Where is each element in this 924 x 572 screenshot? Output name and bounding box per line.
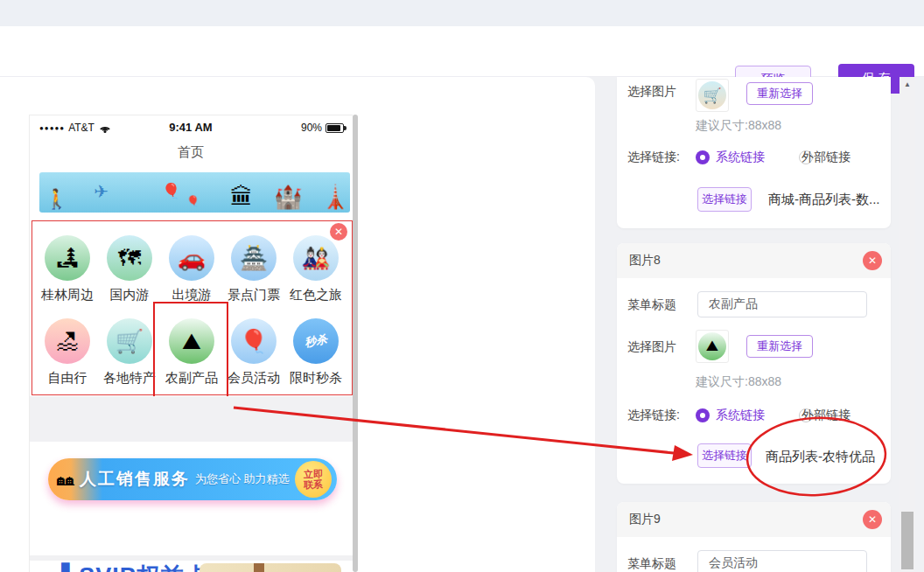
size-hint: 建议尺寸:88x88 (696, 118, 781, 134)
phone-scrollbar-thumb[interactable] (353, 115, 358, 572)
image-thumbnail[interactable]: ⛰ (696, 330, 729, 363)
battery-percent-label: 90% (301, 122, 322, 134)
building-landmark-icon: 🏰 (274, 184, 302, 211)
mountain-icon: ⛰ (698, 332, 726, 360)
contact-now-button[interactable]: 立即联系 (295, 461, 332, 498)
svip-card-image (200, 563, 341, 572)
reselect-image-button[interactable]: 重新选择 (746, 335, 813, 358)
phone-status-bar: ●●●●● AT&T 9:41 AM 90% (29, 115, 353, 141)
service-banner[interactable]: 🏘 人工销售服务 为您省心 助力精选 立即联系 (48, 458, 337, 500)
toolbar: 预览 保 存 (0, 26, 924, 77)
choose-link-button[interactable]: 选择链接 (697, 187, 752, 212)
menu-title-input[interactable] (697, 291, 867, 317)
grid-item-member-events[interactable]: 🎈 会员活动 (222, 318, 285, 387)
category-label: 国内游 (98, 287, 161, 303)
remove-card-button[interactable]: ✕ (863, 251, 882, 270)
card-header: 图片9 ✕ (617, 502, 891, 537)
delete-section-button[interactable]: ✕ (330, 223, 347, 241)
card-header: 图片8 ✕ (617, 243, 891, 278)
grid-item-outbound[interactable]: 🚗 出境游 (160, 235, 223, 303)
external-link-radio-label[interactable]: 外部链接 (802, 150, 850, 165)
settings-card-image8: 图片8 ✕ 菜单标题 选择图片 ⛰ 重新选择 建议尺寸:88x88 选择链接: … (617, 243, 891, 484)
house-icon: 🏘 (57, 470, 74, 490)
top-strip (0, 0, 924, 26)
choose-image-label: 选择图片 (627, 339, 676, 355)
menu-title-input[interactable] (697, 550, 867, 572)
category-label: 会员活动 (222, 370, 285, 387)
card-title: 图片8 (629, 253, 661, 269)
category-label: 自由行 (36, 370, 99, 387)
image-thumbnail[interactable]: 🛒 (696, 79, 729, 112)
category-label: 各地特产 (98, 370, 161, 387)
category-icon: 🛒 (107, 318, 152, 364)
svip-section: ▌SVIP权益卡 (30, 561, 353, 572)
traveler-icon: 🚶 (45, 188, 68, 211)
selected-link-value: 商城-商品列表-数... (768, 192, 880, 208)
panel-scrollbar-thumb[interactable] (901, 512, 914, 569)
grid-item-tickets[interactable]: 🏯 景点门票 (222, 235, 285, 303)
balloon-icon: 🎈 (186, 195, 200, 207)
page-title: 首页 (29, 144, 353, 161)
grid-item-red-tour[interactable]: 🎎 红色之旅 (284, 235, 347, 303)
category-icon: 🎎 (293, 235, 339, 281)
category-icon: 🚗 (169, 235, 214, 281)
tower-landmark-icon: 🗼 (321, 184, 349, 211)
category-icon: 🏯 (231, 235, 276, 281)
choose-link-label: 选择链接: (627, 408, 680, 423)
balloon-icon: 🎈 (162, 182, 180, 200)
grid-item-domestic[interactable]: 🗺 国内游 (98, 235, 161, 303)
selected-link-value: 商品列表-农特优品 (766, 449, 875, 465)
category-label: 桂林周边 (36, 287, 99, 303)
plane-icon: ✈ (94, 181, 108, 202)
battery-icon (326, 123, 344, 133)
category-icon: 🏞 (45, 235, 90, 281)
settings-card-previous: 选择图片 🛒 重新选择 建议尺寸:88x88 选择链接: 系统链接 外部链接 选… (617, 77, 891, 228)
reselect-image-button[interactable]: 重新选择 (746, 82, 813, 105)
system-link-radio-label[interactable]: 系统链接 (716, 408, 765, 423)
svip-title: ▌SVIP权益卡 (61, 561, 210, 572)
scroll-up-arrow-icon[interactable]: ▲ (900, 80, 915, 88)
category-icon: 🏖 (45, 318, 90, 364)
choose-image-label: 选择图片 (627, 84, 676, 100)
external-link-radio-label[interactable]: 外部链接 (802, 408, 850, 423)
grid-item-free-travel[interactable]: 🏖 自由行 (36, 318, 99, 387)
category-label: 限时秒杀 (284, 370, 347, 387)
panel-scrollbar-track[interactable]: ▲ (900, 77, 915, 572)
cart-icon: 🛒 (698, 81, 726, 109)
menu-title-label: 菜单标题 (627, 556, 676, 572)
system-link-radio[interactable] (696, 408, 710, 422)
remove-card-button[interactable]: ✕ (863, 510, 882, 529)
section-gap (30, 396, 353, 442)
service-banner-title: 人工销售服务 (80, 468, 190, 491)
grid-item-specialty[interactable]: 🛒 各地特产 (98, 318, 161, 387)
settings-card-image9: 图片9 ✕ 菜单标题 (617, 502, 891, 572)
category-icon: 🎈 (231, 318, 276, 364)
size-hint: 建议尺寸:88x88 (696, 374, 781, 390)
choose-link-label: 选择链接: (627, 150, 680, 165)
system-link-radio[interactable] (696, 150, 710, 164)
menu-title-label: 菜单标题 (627, 297, 676, 313)
category-label: 景点门票 (222, 287, 285, 303)
category-icon: 秒杀 (293, 318, 339, 364)
grid-item-flash-sale[interactable]: 秒杀 限时秒杀 (284, 318, 347, 387)
arch-landmark-icon: 🏛 (230, 184, 253, 211)
system-link-radio-label[interactable]: 系统链接 (716, 150, 765, 165)
choose-link-button[interactable]: 选择链接 (697, 443, 752, 468)
category-icon: 🗺 (107, 235, 152, 281)
hero-banner-image[interactable]: 🚶 ✈ 🎈 🎈 🏛 🏰 🗼 (39, 172, 350, 213)
category-label: 红色之旅 (284, 287, 347, 303)
grid-item-guilin[interactable]: 🏞 桂林周边 (36, 235, 99, 303)
service-banner-tagline: 为您省心 助力精选 (195, 471, 290, 487)
card-title: 图片9 (629, 512, 661, 527)
